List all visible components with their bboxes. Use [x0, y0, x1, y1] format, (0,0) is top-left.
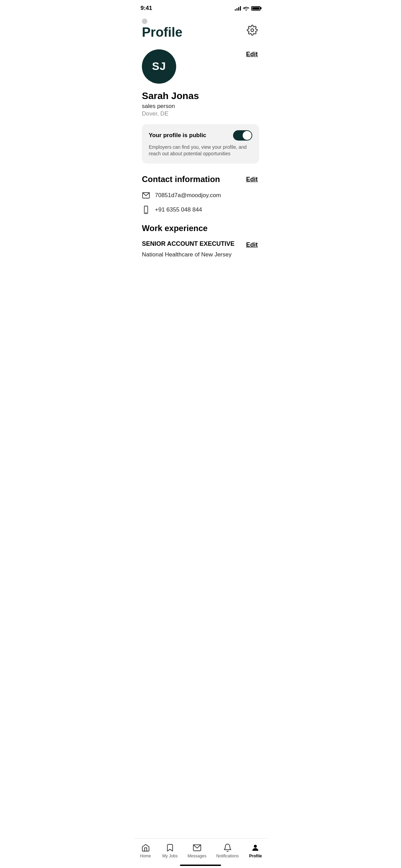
- user-job-title: sales person: [142, 103, 259, 110]
- profile-visibility-card: Your profile is public Employers can fin…: [142, 124, 259, 164]
- signal-icon: [235, 6, 241, 11]
- toggle-description: Employers can find you, view your profil…: [149, 144, 252, 157]
- svg-point-1: [251, 29, 254, 32]
- work-job-title: SENIOR ACCOUNT EXECUTIVE: [142, 240, 241, 248]
- gear-icon: [247, 25, 258, 36]
- status-time: 9:41: [141, 5, 152, 12]
- work-edit-button[interactable]: Edit: [245, 240, 259, 250]
- wifi-icon: [243, 6, 249, 11]
- work-company: National Healthcare of New Jersey: [142, 251, 259, 258]
- header-dot: [142, 19, 147, 24]
- work-section-title: Work experience: [142, 224, 208, 233]
- user-name: Sarah Jonas: [142, 91, 259, 101]
- contact-section-title: Contact information: [142, 174, 220, 184]
- svg-point-0: [246, 10, 247, 11]
- avatar: SJ: [142, 49, 176, 84]
- phone-item: +91 6355 048 844: [142, 206, 259, 214]
- work-job-header: SENIOR ACCOUNT EXECUTIVE Edit: [142, 240, 259, 250]
- phone-value: +91 6355 048 844: [155, 206, 202, 213]
- user-location: Dover, DE: [142, 110, 259, 117]
- header-left: Profile: [142, 19, 182, 40]
- email-item: 70851d7a@moodjoy.com: [142, 191, 259, 200]
- profile-section: SJ Edit Sarah Jonas sales person Dover, …: [134, 44, 267, 164]
- email-value: 70851d7a@moodjoy.com: [155, 192, 221, 199]
- status-icons: [235, 6, 260, 11]
- page-header: Profile: [134, 14, 267, 44]
- contact-edit-button[interactable]: Edit: [245, 174, 259, 184]
- status-bar: 9:41: [134, 0, 267, 14]
- profile-header: SJ Edit: [142, 49, 259, 84]
- toggle-row: Your profile is public: [149, 130, 252, 141]
- settings-button[interactable]: [245, 23, 259, 38]
- contact-section-header: Contact information Edit: [142, 174, 259, 184]
- user-info: Sarah Jonas sales person Dover, DE: [142, 91, 259, 117]
- page-title: Profile: [142, 25, 182, 40]
- contact-section: Contact information Edit 70851d7a@moodjo…: [134, 174, 267, 214]
- toggle-title: Your profile is public: [149, 132, 206, 139]
- profile-edit-button[interactable]: Edit: [245, 49, 259, 59]
- email-icon: [142, 191, 150, 200]
- work-section: Work experience SENIOR ACCOUNT EXECUTIVE…: [134, 224, 267, 258]
- toggle-knob: [243, 131, 252, 140]
- main-content: SJ Edit Sarah Jonas sales person Dover, …: [134, 44, 267, 302]
- battery-icon: [251, 6, 260, 11]
- public-toggle[interactable]: [233, 130, 252, 141]
- work-item: SENIOR ACCOUNT EXECUTIVE Edit National H…: [142, 240, 259, 258]
- phone-icon: [142, 206, 150, 214]
- work-section-header: Work experience: [142, 224, 259, 233]
